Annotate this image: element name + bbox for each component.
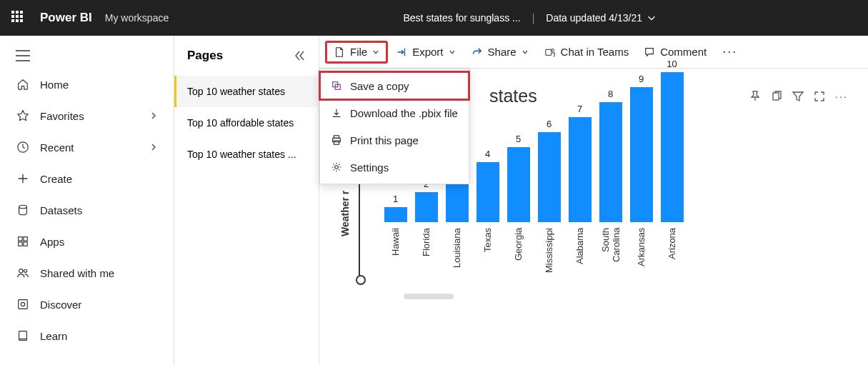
svg-point-9 — [21, 302, 24, 306]
nav-label: Datasets — [40, 204, 82, 216]
nav-label: Learn — [40, 330, 67, 342]
page-item[interactable]: Top 10 weather states — [174, 76, 319, 107]
chart-actions: ··· — [749, 90, 848, 103]
svg-point-6 — [19, 269, 23, 273]
file-dropdown: Save a copy Download the .pbix file Prin… — [319, 69, 469, 184]
nav-item-shared[interactable]: Shared with me — [0, 257, 174, 289]
nav-item-home[interactable]: Home — [0, 69, 174, 100]
bar-column[interactable]: 9Arkansas — [627, 74, 656, 285]
bar-label: Louisiana — [452, 228, 462, 285]
pages-title: Pages — [187, 49, 223, 63]
bar — [415, 192, 438, 222]
bar-column[interactable]: 7Alabama — [565, 104, 594, 285]
workspace-name[interactable]: My workspace — [105, 12, 169, 24]
print-item[interactable]: Print this page — [320, 126, 469, 154]
chat-label: Chat in Teams — [561, 46, 629, 58]
separator: | — [532, 12, 535, 24]
chevron-down-icon — [647, 13, 657, 23]
bar-column[interactable]: 4Texas — [473, 149, 502, 285]
people-icon — [16, 266, 30, 280]
bar — [507, 147, 530, 222]
svg-rect-3 — [24, 237, 27, 241]
focus-icon[interactable] — [813, 90, 826, 103]
svg-rect-8 — [19, 300, 28, 309]
chart-title: states — [489, 86, 537, 106]
nav-label: Favorites — [40, 110, 84, 122]
save-copy-item[interactable]: Save a copy — [320, 72, 469, 99]
pages-panel: Pages Top 10 weather states Top 10 affor… — [174, 36, 319, 365]
settings-item[interactable]: Settings — [320, 154, 469, 181]
compass-icon — [16, 297, 30, 311]
share-label: Share — [488, 46, 517, 58]
bar-value: 9 — [639, 74, 644, 84]
database-icon — [16, 203, 30, 217]
bar — [384, 207, 407, 222]
svg-point-18 — [335, 166, 338, 169]
nav-label: Apps — [40, 236, 64, 248]
page-item[interactable]: Top 10 weather states ... — [174, 139, 319, 170]
bar-value: 7 — [577, 104, 582, 114]
download-label: Download the .pbix file — [350, 107, 458, 119]
download-item[interactable]: Download the .pbix file — [320, 99, 469, 126]
export-button[interactable]: Export — [388, 41, 463, 63]
hamburger-icon — [16, 50, 30, 61]
apps-icon — [16, 234, 30, 249]
print-icon — [330, 134, 343, 146]
nav-label: Discover — [40, 299, 81, 311]
bar-label: Arkansas — [636, 228, 647, 285]
nav-item-discover[interactable]: Discover — [0, 289, 174, 320]
bar — [661, 72, 684, 222]
export-icon — [395, 46, 408, 59]
nav-label: Shared with me — [40, 267, 114, 279]
nav-label: Create — [40, 173, 72, 185]
more-icon[interactable]: ··· — [834, 90, 848, 103]
chat-teams-button[interactable]: Chat in Teams — [537, 41, 637, 63]
app-launcher-icon[interactable] — [11, 11, 26, 25]
report-toolbar: File Export Share Chat in Teams Comment — [319, 36, 868, 69]
nav-item-datasets[interactable]: Datasets — [0, 194, 174, 226]
comment-label: Comment — [660, 46, 707, 58]
bar-column[interactable]: 8South Carolina — [596, 89, 625, 285]
bar-column[interactable]: 5Georgia — [504, 134, 533, 285]
chevron-down-icon — [448, 48, 457, 56]
bar-value: 4 — [485, 149, 490, 159]
svg-point-1 — [19, 205, 27, 209]
copy-icon — [330, 79, 343, 92]
nav-item-learn[interactable]: Learn — [0, 320, 174, 351]
filter-icon[interactable] — [792, 90, 804, 103]
pin-icon[interactable] — [749, 90, 762, 103]
file-label: File — [350, 46, 367, 58]
copy-icon[interactable] — [770, 90, 783, 103]
nav-toggle-button[interactable] — [0, 43, 174, 69]
nav-item-create[interactable]: Create — [0, 163, 174, 194]
chevron-down-icon — [521, 48, 529, 56]
report-title[interactable]: Best states for sunglass ... — [404, 12, 521, 24]
nav-item-apps[interactable]: Apps — [0, 226, 174, 257]
page-item[interactable]: Top 10 affordable states — [174, 107, 319, 139]
bar-value: 6 — [547, 119, 552, 129]
settings-label: Settings — [350, 161, 389, 174]
nav-item-favorites[interactable]: Favorites — [0, 100, 174, 131]
bar — [569, 117, 592, 222]
bar-column[interactable]: 6Mississippi — [534, 119, 564, 285]
horizontal-scrollbar[interactable] — [404, 294, 454, 299]
bar — [477, 162, 499, 222]
file-button[interactable]: File — [325, 41, 388, 64]
svg-rect-4 — [19, 242, 22, 246]
share-button[interactable]: Share — [464, 41, 537, 63]
bar-column[interactable]: 1Hawaii — [381, 194, 410, 285]
bar-label: Alabama — [574, 228, 585, 285]
comment-icon — [643, 46, 656, 59]
plus-icon — [16, 171, 30, 186]
app-name: Power BI — [40, 11, 92, 25]
bar-column[interactable]: 2Florida — [411, 179, 441, 285]
teams-icon — [544, 46, 557, 59]
book-icon — [16, 329, 30, 343]
data-updated-dropdown[interactable]: Data updated 4/13/21 — [546, 12, 657, 24]
gear-icon — [330, 161, 343, 174]
toolbar-more-button[interactable]: ··· — [717, 40, 743, 64]
bar-column[interactable]: 10Arizona — [657, 59, 687, 285]
data-updated-label: Data updated 4/13/21 — [546, 12, 642, 24]
nav-item-recent[interactable]: Recent — [0, 131, 174, 163]
collapse-icon[interactable] — [293, 49, 306, 62]
